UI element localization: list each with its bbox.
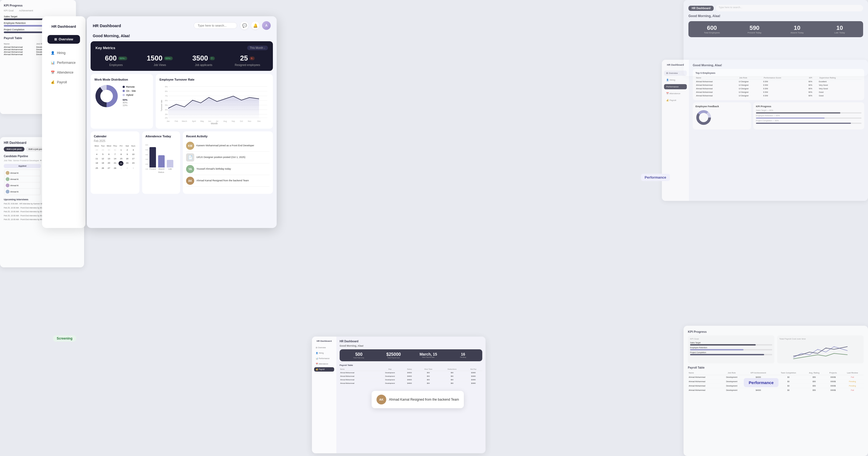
bg-payroll-panel: KPI Progress KPI Goal Sales Target Emplo… xyxy=(684,326,868,456)
svg-text:3%: 3% xyxy=(165,113,167,115)
km-title: Key Metrics xyxy=(95,46,115,50)
svg-text:Sep: Sep xyxy=(231,120,235,122)
bg-hr-full-panel: HR Dashboard ⊞ Overview 👤 Hiring Perform… xyxy=(662,60,868,201)
legend-remote: Remote xyxy=(123,86,136,88)
svg-text:4%: 4% xyxy=(165,109,167,111)
dashboard-header: HR Dashboard 💬 🔔 A xyxy=(87,16,277,33)
work-mode-donut xyxy=(94,84,119,108)
kpi-achievement-label: Achievement xyxy=(19,9,33,12)
km-job-views: 1500 50%↑ Job Views xyxy=(140,54,181,66)
legend-onsite-label: On - Site xyxy=(126,90,136,92)
bell-icon: 🔔 xyxy=(253,23,258,28)
bg-search-bar: Type here to search... xyxy=(716,5,863,11)
svg-text:May: May xyxy=(200,120,204,122)
payroll-label: Payroll xyxy=(57,80,67,84)
activity-card: Recent Activity KM Kareem Mohammad joine… xyxy=(183,132,273,194)
km-badge[interactable]: This Month ↓ xyxy=(247,46,268,50)
svg-text:Aug: Aug xyxy=(223,120,227,122)
svg-text:Jul: Jul xyxy=(216,120,218,122)
ahmad-notification-text: Ahmad Kamal Resigned from the backend Te… xyxy=(389,397,459,402)
chat-icon-btn[interactable]: 💬 xyxy=(240,22,248,30)
screening-badge: Screening xyxy=(53,335,76,342)
bg-absent: 10 xyxy=(777,24,817,31)
km-jobviews-label: Job Views xyxy=(140,63,181,66)
work-mode-card: Work Mode Distribution Remote xyxy=(91,74,153,129)
greeting-text: Good Morning, Alaa! xyxy=(87,33,277,41)
svg-text:April: April xyxy=(192,120,196,122)
key-metrics-section: Key Metrics This Month ↓ 600 50%↑ Employ… xyxy=(91,41,273,71)
sidebar-overview-btn[interactable]: ⊞ Overview xyxy=(48,35,80,44)
legend-hybrid: Hybrid xyxy=(123,94,136,96)
payroll-icon: 💰 xyxy=(51,80,55,84)
bg-greeting: Good Morning, Alaa! xyxy=(688,14,863,18)
sidebar-item-payroll[interactable]: 💰 Payroll xyxy=(48,78,80,87)
charts-row: Work Mode Distribution Remote xyxy=(91,74,273,129)
km-jobviews-tag: 50%↑ xyxy=(164,56,173,60)
km-applicants-value: 3500 xyxy=(192,54,208,62)
chat-icon: 💬 xyxy=(242,23,247,28)
att-bars: Present Absent Late xyxy=(150,144,173,170)
calendar-card: Calender Feb 2025 Mon Tue Wed Thu Fri Sa… xyxy=(91,132,140,194)
main-dashboard-panel: HR Dashboard 💬 🔔 A Good Morning, Alaa! K… xyxy=(87,16,277,228)
notification-icon-btn[interactable]: 🔔 xyxy=(251,22,259,30)
sidebar-item-attendance[interactable]: 📅 Attendence xyxy=(48,68,80,77)
activity-text-1: Kareem Mohammad joined as a Front End De… xyxy=(196,144,254,147)
sidebar-item-hiring[interactable]: 👤 Hiring xyxy=(48,49,80,57)
svg-text:8%: 8% xyxy=(165,90,167,92)
svg-text:7%: 7% xyxy=(165,95,167,97)
dashboard-title: HR Dashboard xyxy=(93,23,190,28)
activity-item-4: AK Ahmad Kamal Resigned from the backend… xyxy=(186,175,270,187)
today-marker[interactable]: 22 xyxy=(119,161,123,166)
km-employees-tag: 50%↑ xyxy=(118,56,127,60)
legend-onsite: On - Site xyxy=(123,90,136,92)
svg-text:Turnover rate: Turnover rate xyxy=(161,100,162,111)
user-avatar[interactable]: A xyxy=(262,21,271,30)
svg-text:5%: 5% xyxy=(165,104,167,106)
svg-text:Dec: Dec xyxy=(257,120,261,122)
attendance-card: Attendence Today 100 200 300 400 500 600… xyxy=(142,132,180,194)
svg-point-8 xyxy=(100,90,113,102)
calendar-month: Feb 2025 xyxy=(94,140,136,142)
activity-avatar-2: 📄 xyxy=(186,153,194,162)
legend-remote-label: Remote xyxy=(126,86,135,88)
bar-absent xyxy=(158,155,165,168)
turnover-title: Employee Turnover Rate xyxy=(159,78,269,81)
att-y-axis: 100 200 300 400 500 600 xyxy=(145,144,148,170)
km-resigned-value: 25 xyxy=(240,54,248,62)
activity-avatar-4: AK xyxy=(186,177,194,185)
calendar-title: Calender xyxy=(94,135,136,138)
overview-icon: ⊞ xyxy=(54,37,57,41)
bar-late xyxy=(167,160,173,168)
search-input[interactable] xyxy=(194,22,237,29)
attendance-title: Attendence Today xyxy=(145,135,177,138)
km-employees-label: Employees xyxy=(95,63,137,66)
km-resigned-tag: 9↓ xyxy=(250,56,255,60)
performance-label-bottom: Performance xyxy=(744,378,778,387)
km-resigned-label: Resigned employees xyxy=(227,63,268,66)
legend-hybrid-label: Hybrid xyxy=(126,94,133,96)
km-jobviews-value: 1500 xyxy=(147,54,162,62)
activity-avatar-1: KM xyxy=(186,142,194,150)
activity-avatar-3: YA xyxy=(186,165,194,173)
pct-50: 50% xyxy=(123,98,136,101)
svg-text:9%: 9% xyxy=(165,86,167,88)
bar-present xyxy=(150,147,156,168)
bg-total-emp: 600 xyxy=(692,24,732,31)
bg-late: 10 xyxy=(819,24,860,31)
overview-label: Overview xyxy=(59,37,73,41)
svg-text:Feb: Feb xyxy=(175,120,178,122)
sidebar-title: HR Dashboard xyxy=(52,24,76,29)
activity-item-3: YA Youssef Ahmad's birthday today xyxy=(186,163,270,175)
main-sidebar: HR Dashboard ⊞ Overview 👤 Hiring 📊 Perfo… xyxy=(42,16,86,228)
km-applicants: 3500 7↑ Job applicants xyxy=(183,54,224,66)
bottom-row: Calender Feb 2025 Mon Tue Wed Thu Fri Sa… xyxy=(91,132,273,194)
activity-item-1: KM Kareem Mohammad joined as a Front End… xyxy=(186,140,270,152)
calendar-grid: Mon Tue Wed Thu Fri Sat Sun 28 29 30 31 … xyxy=(94,144,136,170)
add-job-post-btn[interactable]: Add a job post xyxy=(4,147,24,151)
performance-floating-label: Performance xyxy=(641,174,670,181)
activity-text-4: Ahmad Kamal Resigned from the backend Te… xyxy=(196,179,249,182)
svg-text:Jan: Jan xyxy=(166,120,169,122)
ahmad-avatar: AK xyxy=(376,395,386,404)
sidebar-item-performance[interactable]: 📊 Performance xyxy=(48,58,80,67)
svg-text:Oct: Oct xyxy=(240,120,243,122)
